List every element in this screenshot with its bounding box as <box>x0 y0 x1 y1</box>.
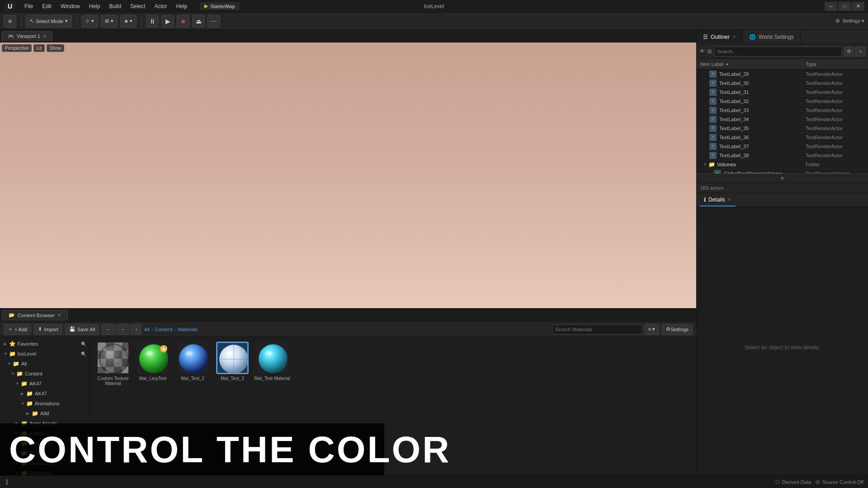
material-item-mat-lerptest[interactable]: ★ Mat_LerpTest <box>135 342 171 386</box>
outliner-settings-button[interactable]: ⚙ <box>844 47 854 56</box>
content-browser-tab-close[interactable]: ✕ <box>57 313 61 318</box>
menu-file[interactable]: File <box>21 2 37 10</box>
derived-data-button[interactable]: ⬡ Derived Data <box>775 479 811 485</box>
outliner-item-textlabel35[interactable]: T TextLabel_35 TextRenderActor <box>697 124 868 133</box>
sidebar-item-ak47[interactable]: ▼ 📁 AK47 <box>0 379 90 389</box>
camera-button[interactable]: ◈ ▾ <box>120 15 137 28</box>
source-control-button[interactable]: ◎ Source Control Off <box>816 479 863 485</box>
outliner-item-textlabel36[interactable]: T TextLabel_36 TextRenderActor <box>697 133 868 142</box>
sidebar-item-all[interactable]: ▼ 📁 All <box>0 359 90 369</box>
play-button[interactable]: ▶ <box>161 15 174 28</box>
path-materials[interactable]: Materials <box>178 327 198 332</box>
toolbar-separator-2 <box>76 16 77 27</box>
menu-edit[interactable]: Edit <box>38 2 55 10</box>
search-filter-button[interactable]: ≡ ▾ <box>644 324 659 335</box>
tab-details[interactable]: ℹ Details ✕ <box>699 194 736 206</box>
search-small-icon[interactable]: 🔍 <box>81 342 86 347</box>
content-browser-settings-button[interactable]: ⚙ Settings <box>662 324 693 335</box>
transform-button[interactable]: ⊹ ▾ <box>81 15 98 28</box>
outliner-scroll-down[interactable]: ▼ <box>697 174 868 183</box>
lit-button[interactable]: Lit <box>33 44 45 52</box>
path-all[interactable]: All <box>144 327 150 332</box>
content-browser-tab[interactable]: 📂 Content Browser ✕ <box>2 310 68 320</box>
maximize-button[interactable]: □ <box>838 2 851 11</box>
path-nav-buttons: ← → ↑ <box>102 324 142 335</box>
svg-point-37 <box>265 351 272 356</box>
minimize-button[interactable]: ─ <box>825 2 837 11</box>
outliner-item-textlabel29[interactable]: T TextLabel_29 TextRenderActor <box>697 70 868 79</box>
tab-outliner[interactable]: ☰ Outliner ✕ <box>697 30 743 44</box>
outliner-add-button[interactable]: ＋ <box>855 47 865 56</box>
outliner-search-input[interactable] <box>714 47 842 56</box>
material-item-mat-test2[interactable]: Mat_Test_2 <box>175 342 211 386</box>
material-item-mat-test-material[interactable]: Mat_Test Material <box>254 342 290 386</box>
forward-button[interactable]: → <box>116 324 129 335</box>
sidebar-item-animations[interactable]: ▼ 📁 Animations <box>0 399 90 408</box>
text-render-icon: T <box>709 152 717 159</box>
text-render-icon: T <box>709 125 717 132</box>
details-icon: ℹ <box>704 197 706 203</box>
outliner-item-textlabel34[interactable]: T TextLabel_34 TextRenderActor <box>697 115 868 124</box>
up-button[interactable]: ↑ <box>131 324 142 335</box>
color-banner-text: CONTROL THE COLOR <box>9 431 451 468</box>
eject-button[interactable]: ⏏ <box>192 15 205 28</box>
add-button[interactable]: ＋ + Add <box>4 324 31 335</box>
back-button[interactable]: ← <box>102 324 115 335</box>
outliner-column-header: Item Label ▲ Type <box>697 59 868 70</box>
sidebar-item-content[interactable]: ▼ 📁 Content <box>0 369 90 379</box>
outliner-item-textlabel33[interactable]: T TextLabel_33 TextRenderActor <box>697 106 868 115</box>
outliner-item-textlabel38[interactable]: T TextLabel_38 TextRenderActor <box>697 151 868 160</box>
sidebar-item-aim[interactable]: ▶ 📁 AIM <box>0 408 90 418</box>
snap-button[interactable]: ⊞ ▾ <box>101 15 118 28</box>
sidebar-icelevel-root[interactable]: ▼ 📁 IceLevel 🔍 <box>0 349 90 359</box>
menu-build[interactable]: Build <box>105 2 125 10</box>
hamburger-icon-button[interactable]: ≡ <box>4 15 16 28</box>
close-button[interactable]: ✕ <box>852 2 864 11</box>
outliner-item-textlabel32[interactable]: T TextLabel_32 TextRenderActor <box>697 97 868 106</box>
show-button[interactable]: Show <box>47 44 64 52</box>
save-all-button[interactable]: 💾 Save All <box>65 324 99 335</box>
outliner-item-textlabel30[interactable]: T TextLabel_30 TextRenderActor <box>697 79 868 88</box>
sidebar-item-ak47-sub[interactable]: ▶ 📁 AK47 <box>0 389 90 399</box>
details-tab-close[interactable]: ✕ <box>727 197 731 202</box>
import-button[interactable]: ⬆ Import <box>34 324 62 335</box>
material-item-mat-test3[interactable]: Mat_Test_3 <box>214 342 250 386</box>
svg-point-24 <box>146 351 153 356</box>
outliner-item-textlabel31[interactable]: T TextLabel_31 TextRenderActor <box>697 88 868 97</box>
color-banner: CONTROL THE COLOR <box>0 423 384 475</box>
pause-button[interactable]: ⏸ <box>146 15 159 28</box>
stop-button[interactable]: ■ <box>177 15 189 28</box>
perspective-button[interactable]: Perspective <box>2 44 32 52</box>
outliner-tab-close[interactable]: ✕ <box>732 34 736 39</box>
more-button[interactable]: ⋯ <box>208 15 220 28</box>
menu-actor[interactable]: Actor <box>151 2 170 10</box>
material-icon-mat-test-material <box>256 342 288 374</box>
svg-point-36 <box>259 344 288 373</box>
outliner-item-textlabel37[interactable]: T TextLabel_37 TextRenderActor <box>697 142 868 151</box>
menu-help2[interactable]: Help <box>172 2 191 10</box>
outliner-item-volumes[interactable]: ▼ 📁 Volumes Folder <box>697 160 868 169</box>
save-icon: 💾 <box>69 326 75 332</box>
search-small-icon[interactable]: 🔍 <box>81 352 86 357</box>
menu-help[interactable]: Help <box>85 2 104 10</box>
viewport-tab-close[interactable]: ✕ <box>43 34 47 39</box>
menu-select[interactable]: Select <box>127 2 149 10</box>
project-name[interactable]: ▶ StarterMap <box>200 2 239 10</box>
settings-button[interactable]: ⚙ Settings ▾ <box>835 18 864 24</box>
search-materials-input[interactable] <box>552 324 642 334</box>
dropdown-arrow-icon: ▾ <box>91 18 94 24</box>
material-item-custom-texture[interactable]: Custom Texture Material <box>95 342 131 386</box>
outliner-label-column: Item Label ▲ <box>700 61 806 67</box>
project-folder-icon: 📁 <box>9 351 16 357</box>
tab-world-settings[interactable]: 🌐 World Settings <box>743 30 801 44</box>
aim-folder-icon: 📁 <box>32 410 38 417</box>
main-toolbar: ≡ ↖ Select Mode ▾ ⊹ ▾ ⊞ ▾ ◈ ▾ ⏸ ▶ ■ ⏏ ⋯ … <box>0 13 868 30</box>
sidebar-favorites-header[interactable]: ▶ ⭐ Favorites 🔍 <box>0 339 90 349</box>
select-mode-button[interactable]: ↖ Select Mode ▾ <box>26 15 72 28</box>
eye-icon: 👁 <box>699 48 705 55</box>
add-icon: ＋ <box>8 326 13 333</box>
viewport-tab-1[interactable]: 🎮 Viewport 1 ✕ <box>2 31 52 41</box>
menu-window[interactable]: Window <box>57 2 84 10</box>
outliner-item-globalpostprocess[interactable]: P GlobalPostProcessVolume PostProcessVol… <box>697 169 868 174</box>
path-content[interactable]: Content <box>155 327 173 332</box>
